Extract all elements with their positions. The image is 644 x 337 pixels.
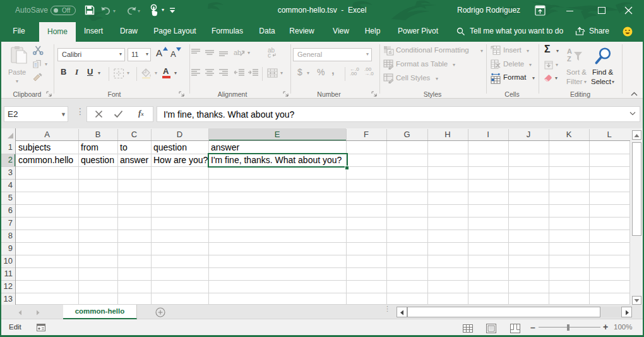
svg-text:c: c	[268, 52, 271, 58]
svg-text:Z: Z	[567, 55, 571, 63]
svg-text:ab: ab	[234, 49, 241, 56]
svg-text:A: A	[567, 47, 572, 55]
